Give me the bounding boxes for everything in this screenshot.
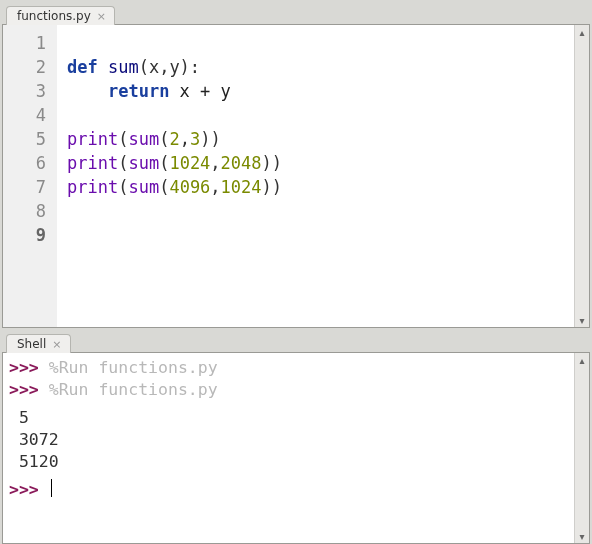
- code-line[interactable]: [67, 103, 574, 127]
- scroll-down-icon[interactable]: ▾: [575, 529, 589, 543]
- code-line[interactable]: print(sum(1024,2048)): [67, 151, 574, 175]
- editor-tabbar: functions.py ×: [2, 2, 590, 24]
- line-number: 6: [3, 151, 46, 175]
- shell-tab[interactable]: Shell ×: [6, 334, 71, 353]
- shell-input-line[interactable]: >>>: [9, 479, 574, 501]
- code-line[interactable]: def sum(x,y):: [67, 55, 574, 79]
- code-line[interactable]: return x + y: [67, 79, 574, 103]
- scroll-up-icon[interactable]: ▴: [575, 353, 589, 367]
- line-number-gutter: 123456789: [3, 25, 57, 327]
- scroll-up-icon[interactable]: ▴: [575, 25, 589, 39]
- line-number: 8: [3, 199, 46, 223]
- shell-tab-label: Shell: [17, 337, 46, 351]
- editor-frame: 123456789 def sum(x,y): return x + y pri…: [2, 24, 590, 328]
- code-line[interactable]: print(sum(2,3)): [67, 127, 574, 151]
- line-number: 5: [3, 127, 46, 151]
- shell-line: >>> %Run functions.py: [9, 379, 574, 401]
- line-number: 7: [3, 175, 46, 199]
- code-line[interactable]: [67, 223, 574, 247]
- shell-panel: Shell × >>> %Run functions.py>>> %Run fu…: [0, 328, 592, 542]
- shell-line: 5: [9, 407, 574, 429]
- code-line[interactable]: print(sum(4096,1024)): [67, 175, 574, 199]
- code-editor[interactable]: def sum(x,y): return x + y print(sum(2,3…: [57, 25, 574, 327]
- shell-tabbar: Shell ×: [2, 330, 590, 352]
- shell-scrollbar[interactable]: ▴ ▾: [574, 353, 589, 543]
- scroll-down-icon[interactable]: ▾: [575, 313, 589, 327]
- line-number: 4: [3, 103, 46, 127]
- shell-frame: >>> %Run functions.py>>> %Run functions.…: [2, 352, 590, 544]
- editor-tab-label: functions.py: [17, 9, 91, 23]
- shell-line: >>> %Run functions.py: [9, 357, 574, 379]
- line-number: 1: [3, 31, 46, 55]
- shell-line: 3072: [9, 429, 574, 451]
- code-line[interactable]: [67, 199, 574, 223]
- shell-line: 5120: [9, 451, 574, 473]
- code-line[interactable]: [67, 31, 574, 55]
- editor-panel: functions.py × 123456789 def sum(x,y): r…: [0, 0, 592, 326]
- editor-scrollbar[interactable]: ▴ ▾: [574, 25, 589, 327]
- line-number: 9: [3, 223, 46, 247]
- line-number: 2: [3, 55, 46, 79]
- line-number: 3: [3, 79, 46, 103]
- close-icon[interactable]: ×: [97, 11, 106, 22]
- editor-tab[interactable]: functions.py ×: [6, 6, 115, 25]
- close-icon[interactable]: ×: [52, 339, 61, 350]
- text-cursor: [51, 479, 52, 497]
- shell-output[interactable]: >>> %Run functions.py>>> %Run functions.…: [3, 353, 574, 543]
